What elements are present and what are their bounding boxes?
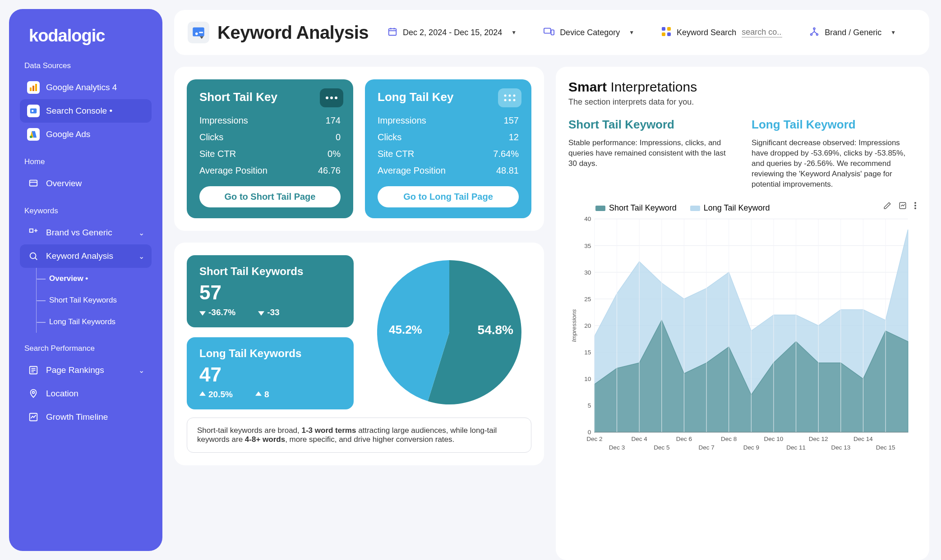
svg-text:Dec 12: Dec 12 [809,435,828,442]
svg-text:Dec 14: Dec 14 [853,435,873,442]
calendar-icon [387,27,397,39]
svg-point-52 [914,205,916,207]
svg-rect-28 [544,28,551,33]
metric-label: Impressions [199,115,248,126]
metric-value: 0 [336,132,341,142]
analysis-icon [27,250,40,262]
svg-text:Impressions: Impressions [571,309,577,342]
svg-point-44 [509,99,511,101]
export-icon[interactable] [899,202,907,211]
svg-text:40: 40 [584,216,591,222]
metric-label: Average Position [199,165,268,176]
brand-generic-filter[interactable]: Brand / Generic ▼ [801,23,904,42]
metric-value: 46.76 [318,165,341,176]
edit-icon[interactable] [883,202,891,211]
svg-rect-1 [32,86,34,91]
svg-point-51 [914,202,916,204]
growth-icon [27,411,40,423]
stat-pct-change: 20.5% [199,390,233,399]
keyword-analysis-subtree: Overview • Short Tail Keywords Long Tail… [36,268,152,333]
metric-label: Average Position [378,165,446,176]
svg-text:Dec 5: Dec 5 [654,444,669,451]
go-short-tail-button[interactable]: Go to Short Tail Page [199,186,341,207]
svg-text:15: 15 [584,349,591,356]
short-tail-summary-card: Short Tail Key Impressions174 Clicks0 Si… [187,79,353,218]
metric-value: 157 [504,115,519,126]
svg-rect-31 [667,27,671,31]
sidebar-sub-short-tail[interactable]: Short Tail Keywords [37,289,152,311]
svg-rect-10 [30,229,33,232]
sidebar-item-label: Growth Timeline [46,412,108,422]
pie-long-label: 45.2% [389,323,422,337]
svg-rect-24 [389,28,397,35]
svg-point-42 [513,95,516,97]
chevron-down-icon: ⌄ [138,366,144,375]
chart-legend: Short Tail Keyword Long Tail Keyword [595,203,770,213]
kebab-icon[interactable] [914,202,917,211]
chevron-down-icon: ⌄ [138,229,144,237]
keyword-search-filter[interactable]: Keyword Search [653,23,790,42]
more-icon[interactable] [320,88,343,107]
svg-marker-47 [258,311,264,316]
interp-heading: Short Tail Keyword [568,118,733,132]
sidebar-item-ga4[interactable]: Google Analytics 4 [20,76,152,99]
date-range-filter[interactable]: Dec 2, 2024 - Dec 15, 2024 ▼ [379,23,525,42]
device-filter[interactable]: Device Category ▼ [535,23,642,42]
svg-text:Dec 8: Dec 8 [721,435,737,442]
caret-down-icon: ▼ [629,29,634,36]
sidebar-item-location[interactable]: Location [20,382,152,405]
metric-value: 174 [326,115,341,126]
branch-icon [809,27,819,39]
topbar: Keyword Analysis Dec 2, 2024 - Dec 15, 2… [174,10,929,55]
pie-short-label: 54.8% [478,323,513,337]
short-interpretation: Short Tail Keyword Stable performance: I… [568,118,733,190]
svg-text:Dec 13: Dec 13 [831,444,850,451]
keyword-filter-label: Keyword Search [677,28,736,37]
svg-text:25: 25 [584,295,591,302]
stat-abs-change: -33 [258,308,279,317]
svg-point-45 [513,99,516,101]
sidebar-item-page-rankings[interactable]: Page Rankings ⌄ [20,358,152,382]
keyword-share-pie: 45.2% 54.8% [367,255,531,409]
svg-marker-48 [199,391,206,396]
sidebar-sub-overview[interactable]: Overview • [37,268,152,289]
go-long-tail-button[interactable]: Go to Long Tail Page [378,186,519,207]
svg-point-41 [509,95,511,97]
keyword-search-input[interactable] [742,28,782,37]
sidebar-item-google-ads[interactable]: Google Ads [20,123,152,146]
page-title: Keyword Analysis [188,22,369,43]
sidebar-sub-long-tail[interactable]: Long Tail Keywords [37,311,152,333]
svg-point-36 [816,33,818,35]
sidebar-item-overview[interactable]: Overview [20,172,152,195]
svg-rect-0 [30,87,32,91]
metric-value: 12 [509,132,519,142]
svg-rect-30 [662,27,665,31]
svg-marker-46 [199,311,206,316]
drag-icon[interactable] [498,88,521,107]
svg-point-37 [326,96,328,99]
sidebar-item-brand-generic[interactable]: Brand vs Generic ⌄ [20,221,152,244]
page-title-text: Keyword Analysis [217,23,369,43]
svg-rect-29 [551,30,554,35]
keyword-note: Short-tail keywords are broad, 1-3 word … [187,418,531,453]
svg-rect-33 [667,32,671,36]
sidebar-item-label: Location [46,389,78,399]
svg-text:30: 30 [584,269,591,275]
sidebar-item-label: Keyword Analysis [46,251,113,261]
legend-short: Short Tail Keyword [609,203,677,212]
date-range-text: Dec 2, 2024 - Dec 15, 2024 [403,28,502,37]
sidebar-item-growth-timeline[interactable]: Growth Timeline [20,405,152,429]
stat-abs-change: 8 [255,390,269,399]
smart-title: Smart Interpretations [568,79,917,95]
location-icon [27,387,40,400]
sidebar-item-keyword-analysis[interactable]: Keyword Analysis ⌄ [20,244,152,268]
svg-text:Dec 3: Dec 3 [609,444,625,451]
ga4-icon [27,81,40,94]
svg-text:Dec 9: Dec 9 [743,444,759,451]
stat-pct-change: -36.7% [199,308,235,317]
page-title-icon [188,22,209,43]
sidebar-item-label: Brand vs Generic [46,228,112,238]
section-keywords: Keywords [24,207,152,216]
svg-text:Dec 10: Dec 10 [764,435,784,442]
sidebar-item-search-console[interactable]: Search Console • [20,99,152,123]
